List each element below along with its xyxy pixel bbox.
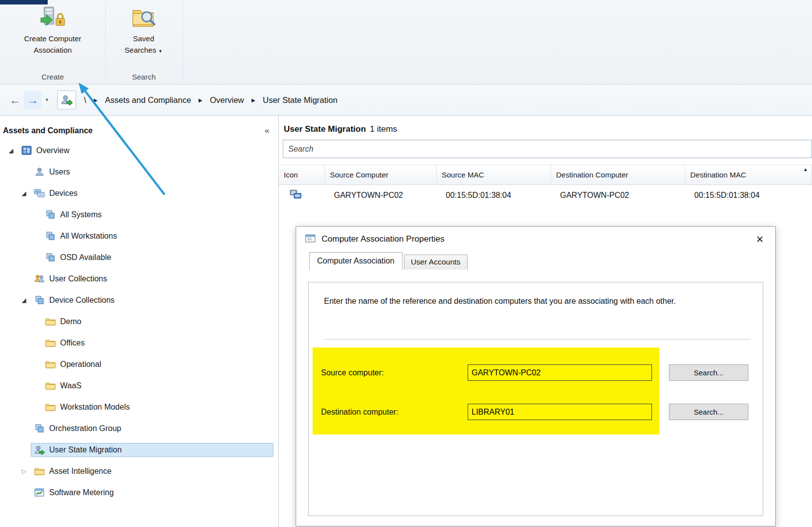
sidebar-item-all-systems[interactable]: All Systems [0,204,278,225]
back-arrow-icon: ← [9,93,21,107]
folder-icon [44,317,56,326]
back-button[interactable]: ← [6,91,24,109]
column-header-destination-mac[interactable]: Destination MAC [685,165,812,184]
overview-icon [20,145,32,156]
sidebar-item-user-state-migration[interactable]: User State Migration [0,439,278,460]
sidebar-item-users[interactable]: Users [0,161,278,182]
collection-icon [33,295,45,305]
close-icon[interactable]: ✕ [751,232,768,247]
list-title: User State Migration1 items [279,116,812,134]
cell-source-computer: GARYTOWN-PC02 [325,191,437,200]
sidebar-item-label: Asset Intelligence [49,467,111,476]
expand-arrow-icon[interactable]: ◢ [17,190,31,197]
sidebar-item-workstation-models[interactable]: Workstation Models [0,396,278,418]
sidebar-item-label: OSD Available [60,253,111,262]
saved-searches-icon [131,6,157,32]
search-input[interactable] [283,140,812,158]
breadcrumb-separator-icon: ▶ [199,97,203,103]
sidebar-item-devices[interactable]: ◢ Devices [0,182,278,204]
destination-computer-field[interactable] [468,404,652,420]
tab-computer-association[interactable]: Computer Association [309,252,403,270]
breadcrumb-root[interactable]: \ [84,95,86,105]
sidebar-item-label: User Collections [49,274,107,283]
forward-button[interactable]: → [24,91,42,109]
expand-arrow-icon[interactable]: ◢ [4,147,18,154]
table-header: Icon Source Computer Source MAC Destinat… [279,165,812,185]
saved-searches-button[interactable]: Saved Searches▼ [107,6,180,56]
dropdown-caret-icon: ▼ [158,49,162,54]
tab-user-accounts[interactable]: User Accounts [404,255,468,269]
sidebar-item-all-workstations[interactable]: All Workstations [0,225,278,247]
collapsed-arrow-icon[interactable]: ▷ [17,468,31,475]
create-computer-association-button[interactable]: Create Computer Association [4,6,101,56]
sidebar-item-label: Device Collections [49,296,115,305]
sidebar-item-label: Overview [36,146,70,155]
devices-icon [33,188,45,198]
breadcrumb-separator-icon: ▶ [251,97,255,103]
sidebar-item-label: All Systems [60,210,102,219]
column-header-source-computer[interactable]: Source Computer [325,165,437,184]
sidebar-item-software-metering[interactable]: Software Metering [0,482,278,503]
forward-arrow-icon: → [27,93,39,107]
expand-arrow-icon[interactable]: ◢ [17,297,31,304]
sidebar-item-device-collections[interactable]: ◢ Device Collections [0,289,278,311]
annotation-highlight [313,348,659,435]
dialog-titlebar[interactable]: Computer Association Properties ✕ [296,227,775,252]
sidebar-item-operational[interactable]: Operational [0,353,278,375]
breadcrumb-item-assets-and-compliance[interactable]: Assets and Compliance [105,95,191,105]
folder-icon [44,360,56,368]
user-state-migration-icon [33,445,45,455]
sidebar-item-overview[interactable]: ◢ Overview [0,140,278,161]
sidebar-item-asset-intelligence[interactable]: ▷ Asset Intelligence [0,460,278,482]
sidebar-item-demo[interactable]: Demo [0,311,278,332]
sidebar-item-user-collections[interactable]: User Collections [0,268,278,289]
dialog-divider [324,339,751,340]
sidebar-item-label: Orchestration Group [49,424,121,433]
ribbon-group-divider [182,2,183,83]
page-title: User State Migration [284,124,366,134]
scrollbar-up-icon[interactable]: ▲ [803,167,808,172]
user-collections-icon [33,274,45,283]
history-dropdown-icon[interactable]: ▼ [45,97,49,102]
search-box [283,140,812,158]
ribbon-group-divider [105,2,106,83]
dialog-title: Computer Association Properties [322,234,445,244]
selected-item-highlight: User State Migration [31,443,273,457]
column-header-destination-computer[interactable]: Destination Computer [551,165,685,184]
sidebar-item-label: WaaS [60,381,81,390]
row-icon-cell [279,189,325,202]
cell-source-mac: 00:15:5D:01:38:04 [437,191,551,200]
folder-icon [33,467,45,475]
folder-icon [44,381,56,390]
column-header-source-mac[interactable]: Source MAC [437,165,551,184]
table-row[interactable]: GARYTOWN-PC02 00:15:5D:01:38:04 GARYTOWN… [279,185,812,206]
computer-association-properties-dialog: Computer Association Properties ✕ Comput… [296,226,776,527]
navigation-pane: Assets and Compliance « ◢ Overview Users… [0,116,279,527]
dialog-tabs: Computer Association User Accounts [296,252,775,269]
sidebar-item-label: Demo [60,317,81,326]
sidebar-item-waas[interactable]: WaaS [0,375,278,396]
pane-title: Assets and Compliance [3,126,265,135]
pane-collapse-icon[interactable]: « [265,126,273,136]
source-computer-label: Source computer: [321,368,468,377]
column-header-icon[interactable]: Icon [279,165,325,184]
sidebar-item-osd-available[interactable]: OSD Available [0,247,278,268]
breadcrumb-item-user-state-migration[interactable]: User State Migration [263,95,337,105]
cell-destination-mac: 00:15:5D:01:38:04 [685,191,812,200]
source-search-button[interactable]: Search... [669,364,748,381]
create-computer-association-icon [40,6,66,32]
source-computer-field[interactable] [468,364,652,381]
source-computer-row: Source computer: Search... [321,364,748,381]
breadcrumb-item-overview[interactable]: Overview [210,95,244,105]
items-count: 1 items [370,124,397,134]
collection-icon [44,231,56,241]
sidebar-item-orchestration-group[interactable]: Orchestration Group [0,418,278,439]
sidebar-item-label: Workstation Models [60,403,130,412]
destination-computer-label: Destination computer: [321,408,468,417]
sidebar-item-offices[interactable]: Offices [0,332,278,353]
sidebar-item-label: Operational [60,360,101,369]
destination-search-button[interactable]: Search... [669,404,748,420]
sidebar-item-label: Users [49,168,70,176]
saved-searches-label: Saved Searches▼ [121,33,166,56]
breadcrumb-separator-icon: ▶ [94,97,98,103]
